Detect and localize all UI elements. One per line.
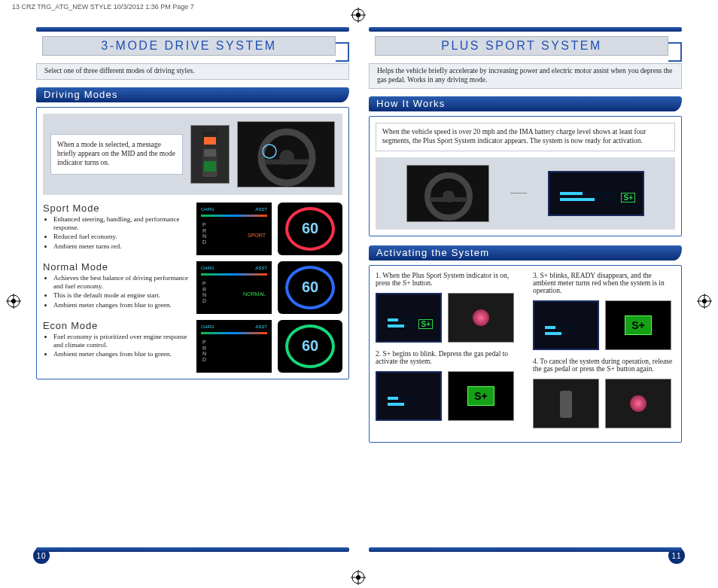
divider: [36, 27, 349, 32]
step-3: 3. S+ blinks, READY disappears, and the …: [533, 272, 675, 294]
section-header: Activating the System: [369, 245, 682, 260]
splus-button-photo: [448, 293, 514, 343]
mode-title: Sport Mode: [43, 203, 190, 214]
driving-modes-panel: When a mode is selected, a message brief…: [36, 107, 349, 379]
splus-button-photo: [605, 379, 671, 428]
registration-mark-icon: [351, 570, 366, 585]
mode-sport: Sport Mode Enhanced steering, handling, …: [43, 203, 342, 255]
mode-normal: Normal Mode Achieves the best balance of…: [43, 261, 342, 314]
page-title: 3-MODE DRIVE SYSTEM: [42, 36, 336, 56]
mode-title: Econ Mode: [43, 320, 190, 331]
dashboard-display-photo: S+: [376, 293, 442, 343]
list-item: Enhanced steering, handling, and perform…: [53, 215, 190, 232]
mode-button-photo: [190, 125, 230, 184]
list-item: This is the default mode at engine start…: [53, 291, 190, 300]
step-2: 2. S+ begins to blink. Depress the gas p…: [376, 350, 518, 365]
print-header: 13 CRZ TRG_ATG_NEW STYLE 10/3/2012 1:36 …: [12, 3, 194, 11]
howit-text: When the vehicle speed is over 20 mph an…: [376, 123, 675, 151]
registration-mark-icon: [6, 294, 21, 309]
divider: [36, 547, 349, 552]
steering-wheel-photo: [237, 121, 335, 187]
dashboard-display-photo: [376, 371, 442, 421]
list-item: Ambient meter changes from blue to green…: [53, 350, 190, 358]
page-left: 3-MODE DRIVE SYSTEM Select one of three …: [36, 27, 349, 558]
dashboard-display-photo: S+: [548, 171, 644, 216]
title-hook-decor: [668, 42, 682, 62]
speedo-photo: 60: [278, 203, 342, 255]
title-hook-decor: [336, 42, 349, 62]
mode-econ: Econ Mode Fuel economy is prioritized ov…: [43, 320, 342, 373]
list-item: Achieves the best balance of driving per…: [53, 274, 190, 291]
steering-wheel-photo: [406, 165, 489, 222]
how-it-works-panel: When the vehicle speed is over 20 mph an…: [369, 116, 682, 236]
step-1: 1. When the Plus Sport System indicator …: [376, 272, 518, 287]
gas-pedal-photo: [533, 379, 599, 428]
cluster-photo: CHRG ASST P R N D SPORT: [196, 203, 272, 255]
speedo-photo: 60: [278, 320, 342, 373]
registration-mark-icon: [697, 294, 712, 309]
list-item: Fuel economy is prioritized over engine …: [53, 333, 190, 349]
list-item: Ambient meter changes from blue to green…: [53, 301, 190, 309]
divider: [369, 547, 682, 552]
page-title: PLUS SPORT SYSTEM: [375, 36, 668, 56]
splus-badge: S+: [605, 300, 671, 350]
cluster-photo: CHRG ASST P R N D: [196, 320, 272, 373]
callout-text: When a mode is selected, a message brief…: [50, 134, 183, 175]
mode-title: Normal Mode: [43, 261, 190, 273]
cluster-photo: CHRG ASST P R N D NORMAL: [196, 261, 272, 314]
intro-text: Helps the vehicle briefly accelerate by …: [369, 63, 682, 89]
dashboard-display-photo: [533, 300, 599, 350]
page-right: PLUS SPORT SYSTEM Helps the vehicle brie…: [369, 27, 682, 558]
splus-indicator-icon: S+: [621, 193, 635, 203]
activating-panel: 1. When the Plus Sport System indicator …: [369, 265, 682, 443]
section-header: How It Works: [369, 96, 682, 111]
intro-text: Select one of three different modes of d…: [36, 63, 349, 80]
list-item: Reduced fuel economy.: [53, 233, 190, 241]
step-4: 4. To cancel the system during operation…: [533, 358, 675, 373]
section-header: Driving Modes: [36, 87, 349, 102]
connector-line: [510, 193, 527, 193]
divider: [369, 27, 682, 32]
svg-rect-23: [560, 391, 572, 418]
list-item: Ambient meter turns red.: [53, 242, 190, 251]
registration-mark-icon: [351, 8, 366, 23]
speedo-photo: 60: [278, 261, 342, 314]
splus-badge: S+: [448, 371, 514, 421]
